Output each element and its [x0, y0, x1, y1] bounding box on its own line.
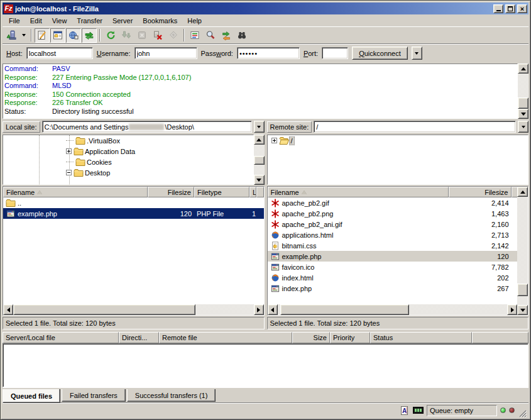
- tab-failed-transfers[interactable]: Failed transfers: [62, 389, 126, 402]
- file-row[interactable]: index.php267: [268, 283, 518, 294]
- username-input[interactable]: [134, 47, 197, 59]
- cancel-operation-button[interactable]: [134, 28, 150, 43]
- process-queue-button[interactable]: [119, 28, 134, 43]
- file-row[interactable]: index.html202: [268, 272, 518, 283]
- scroll-left-button[interactable]: [268, 304, 278, 315]
- toggle-remote-tree-button[interactable]: [66, 28, 81, 43]
- site-manager-dropdown-button[interactable]: [19, 28, 28, 43]
- column-header-filesize[interactable]: Filesize: [148, 187, 194, 197]
- expand-icon[interactable]: [271, 138, 277, 143]
- toggle-transfer-queue-button[interactable]: [82, 28, 97, 43]
- scroll-track[interactable]: [254, 145, 265, 175]
- find-files-button[interactable]: [234, 28, 249, 43]
- scroll-down-button[interactable]: [518, 109, 528, 119]
- scroll-up-button[interactable]: [254, 135, 265, 145]
- tree-item[interactable]: Application Data: [3, 146, 253, 157]
- local-site-dropdown-button[interactable]: [254, 121, 265, 133]
- local-tree-vertical-scrollbar[interactable]: [254, 135, 265, 185]
- scroll-down-button[interactable]: [517, 305, 528, 315]
- tab-successful-transfers-[interactable]: Successful transfers (1): [127, 389, 216, 402]
- column-header-filename[interactable]: Filename: [268, 187, 449, 197]
- scroll-track[interactable]: [278, 304, 508, 315]
- disconnect-button[interactable]: [150, 28, 165, 43]
- file-row[interactable]: example.php120PHP File1: [3, 208, 264, 219]
- file-row[interactable]: apache_pb2.png1,463: [268, 208, 518, 219]
- menu-bookmarks[interactable]: Bookmarks: [138, 16, 182, 26]
- scroll-up-button[interactable]: [518, 64, 528, 74]
- resize-grip[interactable]: [518, 409, 527, 417]
- file-row[interactable]: apache_pb2.gif2,414: [268, 197, 518, 208]
- local-site-combobox[interactable]: C:\Documents and Settings\Desktop\: [42, 121, 252, 133]
- filename-cell: example.php: [268, 251, 449, 262]
- tree-item[interactable]: Cookies: [3, 157, 253, 167]
- queue-column-directi[interactable]: Directi...: [119, 332, 159, 343]
- filezilla-logo-icon[interactable]: Fz: [4, 4, 13, 13]
- queue-column-size[interactable]: Size: [292, 332, 330, 343]
- collapse-icon[interactable]: [66, 170, 72, 175]
- scroll-up-button[interactable]: [517, 187, 528, 197]
- menu-transfer[interactable]: Transfer: [72, 16, 107, 26]
- tree-item[interactable]: .VirtualBox: [3, 135, 253, 146]
- scroll-thumb[interactable]: [280, 304, 409, 315]
- tab-queued-files[interactable]: Queued files: [3, 389, 60, 403]
- menu-edit[interactable]: Edit: [25, 16, 47, 26]
- minimize-button[interactable]: [493, 4, 503, 13]
- maximize-button[interactable]: [505, 4, 515, 13]
- scroll-thumb[interactable]: [254, 156, 265, 165]
- close-button[interactable]: ×: [517, 4, 527, 13]
- file-row[interactable]: favicon.ico7,782: [268, 262, 518, 272]
- column-header-filename[interactable]: Filename: [3, 187, 148, 197]
- synchronized-browsing-button[interactable]: [219, 28, 234, 43]
- menu-file[interactable]: File: [4, 16, 25, 26]
- column-header-filesize[interactable]: Filesize: [449, 187, 512, 197]
- queue-column-remotefile[interactable]: Remote file: [159, 332, 292, 343]
- column-label: Size: [314, 334, 327, 341]
- scroll-track[interactable]: [518, 74, 528, 109]
- queue-column-priority[interactable]: Priority: [330, 332, 370, 343]
- file-row[interactable]: ..: [3, 197, 264, 208]
- remote-site-combobox[interactable]: /: [314, 121, 516, 133]
- log-vertical-scrollbar[interactable]: [518, 64, 528, 119]
- queue-column-status[interactable]: Status: [370, 332, 472, 343]
- menu-view[interactable]: View: [47, 16, 72, 26]
- tree-item-label: Cookies: [85, 158, 113, 166]
- quickconnect-dropdown-button[interactable]: [412, 47, 422, 60]
- column-header-filetype[interactable]: Filetype: [194, 187, 249, 197]
- site-manager-button[interactable]: [4, 28, 19, 43]
- scroll-right-button[interactable]: [507, 304, 517, 315]
- password-input[interactable]: [237, 47, 300, 59]
- local-site-label: Local site:: [3, 121, 40, 133]
- file-row[interactable]: example.php120: [268, 251, 518, 262]
- file-row[interactable]: bitnami.css2,142: [268, 240, 518, 251]
- scroll-thumb[interactable]: [13, 304, 195, 315]
- file-row[interactable]: applications.html2,713: [268, 229, 518, 240]
- directory-filters-button[interactable]: [187, 28, 202, 43]
- refresh-button[interactable]: [103, 28, 118, 43]
- quickconnect-button[interactable]: Quickconnect: [352, 47, 408, 60]
- scroll-left-button[interactable]: [3, 304, 13, 315]
- menu-help[interactable]: Help: [182, 16, 207, 26]
- scroll-track[interactable]: [517, 197, 528, 305]
- scroll-down-button[interactable]: [254, 175, 265, 185]
- menu-server[interactable]: Server: [107, 16, 138, 26]
- toggle-local-tree-button[interactable]: [50, 28, 65, 43]
- toggle-message-log-button[interactable]: [35, 28, 50, 43]
- scroll-track[interactable]: [13, 304, 254, 315]
- tree-item[interactable]: /: [268, 135, 528, 146]
- scroll-right-button[interactable]: [254, 304, 264, 315]
- remote-site-dropdown-button[interactable]: [518, 121, 528, 133]
- remote-horizontal-scrollbar[interactable]: [268, 304, 518, 315]
- queue-column-serverlocalfile[interactable]: Server/Local file: [3, 332, 119, 343]
- file-row[interactable]: apache_pb2_ani.gif2,160: [268, 219, 518, 229]
- port-input[interactable]: [322, 47, 348, 59]
- local-horizontal-scrollbar[interactable]: [3, 304, 264, 315]
- remote-vertical-scrollbar[interactable]: [517, 187, 528, 315]
- scroll-thumb[interactable]: [518, 97, 528, 109]
- column-header-l[interactable]: L: [249, 187, 256, 197]
- expand-icon[interactable]: [66, 148, 72, 154]
- host-input[interactable]: [26, 47, 93, 59]
- directory-comparison-button[interactable]: [203, 28, 218, 43]
- scroll-thumb[interactable]: [517, 284, 528, 296]
- reconnect-button[interactable]: [166, 28, 181, 43]
- tree-item[interactable]: Desktop: [3, 167, 253, 178]
